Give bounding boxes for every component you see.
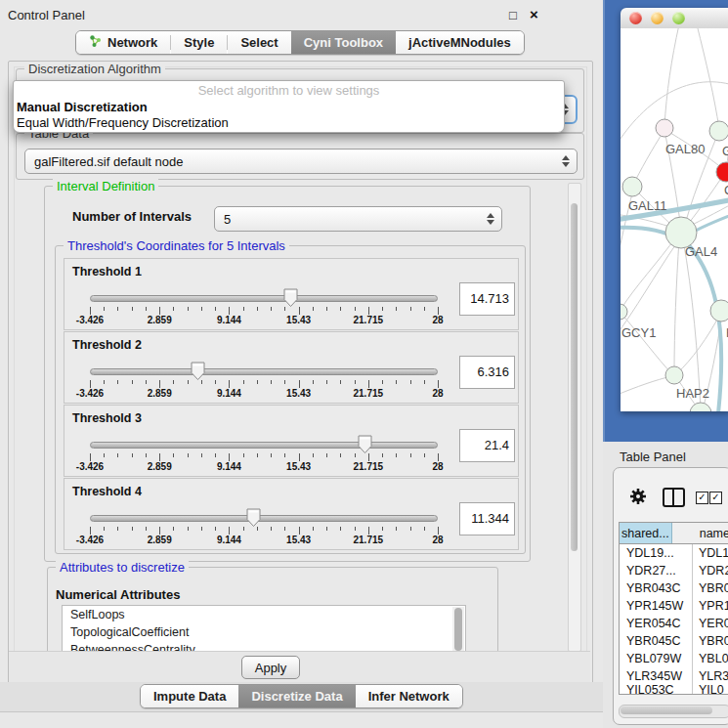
scrollbar-thumb[interactable] [571,203,578,551]
slider-track[interactable] [90,295,438,302]
slider-track[interactable] [90,515,438,522]
tab-cyni-toolbox[interactable]: Cyni Toolbox [291,31,396,54]
cell-shared-name: YBL079W [620,650,693,667]
table-row[interactable]: YER054CYER0 [620,615,728,632]
network-edge [621,245,675,337]
table-panel-title: Table Panel [620,450,686,464]
node-label[interactable]: HAP2 [676,386,709,401]
tick-label: 28 [432,388,443,399]
cell-name: YBR0 [693,632,728,650]
thresholds-group: Threshold's Coordinates for 5 Intervals … [55,245,526,554]
cell-name: YBR0 [693,579,728,597]
tab-infer-network[interactable]: Infer Network [356,685,462,707]
table-panel-box: ✓ ✓ shared... name YDL19...YDL1YDR27...Y… [613,467,728,725]
slider-ticks [90,527,439,535]
slider-tick-labels: -3.4262.8599.14415.4321.71528 [90,461,439,473]
tick-label: 15.43 [286,388,311,399]
checkbox-icon[interactable]: ✓ [709,492,722,504]
threshold-value-field[interactable]: 11.344 [459,502,515,535]
float-window-icon[interactable]: □ [509,8,517,22]
node-label[interactable]: GA [722,144,728,158]
table-row[interactable]: YBR045CYBR0 [620,632,728,650]
tab-style[interactable]: Style [171,31,227,54]
network-canvas[interactable]: GAL80GACGAL11GAL4GCY1HHAP2 [621,28,728,411]
node-label[interactable]: C [724,183,728,197]
network-window-titlebar[interactable] [621,8,728,29]
network-node[interactable] [656,119,673,137]
interval-definition-group: Interval Definition Number of Intervals … [44,186,531,562]
node-label[interactable]: GAL80 [665,142,705,156]
attribute-list-item[interactable]: SelfLoops [63,606,465,623]
scrollbar-thumb[interactable] [621,707,712,714]
checkbox-icon[interactable]: ✓ [696,492,708,504]
table-row[interactable]: YLR345WYLR3 [620,667,728,685]
dropdown-option-manual-discretization[interactable]: Manual Discretization [17,100,148,114]
tab-network[interactable]: Network [76,31,170,54]
number-of-intervals-combobox[interactable]: 5 [214,206,502,232]
node-label[interactable]: GAL11 [628,198,667,213]
network-node[interactable] [622,177,642,196]
network-node[interactable] [690,403,711,411]
tab-impute-data[interactable]: Impute Data [141,685,238,707]
table-data-combobox[interactable]: galFiltered.sif default node [24,149,578,174]
node-label[interactable]: GCY1 [621,325,656,340]
table-row[interactable]: YBR043CYBR0 [620,579,728,597]
attribute-list-item[interactable]: BetweennessCentrality [63,641,465,651]
cell-shared-name: YBR043C [620,579,693,597]
cell-name: YER0 [693,615,728,632]
network-node[interactable] [709,121,728,141]
table-row[interactable]: YIL053CYIL0 [620,685,728,694]
slider-track[interactable] [90,368,438,375]
slider-track[interactable] [90,442,438,449]
network-window-frame: GAL80GACGAL11GAL4GCY1HHAP2 [603,0,728,442]
tick-label: 9.144 [217,461,241,472]
network-edge [697,28,719,129]
apply-button[interactable]: Apply [241,656,300,679]
table-panel-toolbar: ✓ ✓ [614,478,728,517]
split-columns-icon[interactable] [663,488,685,507]
scrollbar-thumb[interactable] [454,608,462,651]
tab-jactivemnodules[interactable]: jActiveMNodules [396,31,524,54]
slider-tick-labels: -3.4262.8599.14415.4321.71528 [90,315,439,326]
network-node[interactable] [665,366,683,384]
slider-handle[interactable] [246,508,261,528]
slider-handle[interactable] [191,362,205,381]
gear-icon[interactable] [629,488,647,505]
attribute-list-item[interactable]: TopologicalCoefficient [63,623,465,641]
network-icon [89,34,103,51]
tab-select[interactable]: Select [228,31,290,54]
cell-name: YBL0 [693,650,728,667]
tab-discretize-data[interactable]: Discretize Data [238,685,355,707]
tab-label: Cyni Toolbox [304,35,383,50]
table-row[interactable]: YDR27...YDR2 [620,562,728,579]
threshold-value-field[interactable]: 14.713 [459,282,515,316]
network-node[interactable] [621,304,627,320]
attributes-list[interactable]: SelfLoopsTopologicalCoefficientBetweenne… [62,605,466,651]
dropdown-option-equal-width-frequency[interactable]: Equal Width/Frequency Discretization [17,115,229,130]
table-row[interactable]: YBL079WYBL0 [620,650,728,667]
right-pane: GAL80GACGAL11GAL4GCY1HHAP2 Table Panel ✓… [603,0,728,728]
column-header-name[interactable]: name [672,523,728,543]
minimize-traffic-light-icon[interactable] [651,12,664,24]
column-header-shared-name[interactable]: shared... [620,523,672,543]
node-label[interactable]: GAL4 [685,244,717,259]
network-edge [621,236,677,310]
table-horizontal-scrollbar[interactable] [619,705,728,718]
threshold-value-field[interactable]: 6.316 [459,356,515,389]
network-edge [664,28,679,126]
threshold-value-field[interactable]: 21.4 [459,429,515,462]
table-row[interactable]: YPR145WYPR1 [620,597,728,615]
slider-handle[interactable] [283,288,298,308]
cell-shared-name: YLR345W [620,667,693,685]
zoom-traffic-light-icon[interactable] [672,12,685,24]
attributes-scrollbar[interactable] [452,607,464,651]
close-traffic-light-icon[interactable] [629,12,642,24]
table-rows: YDL19...YDL1YDR27...YDR2YBR043CYBR0YPR14… [620,544,728,694]
network-edge [683,239,701,409]
network-node[interactable] [710,300,728,321]
settings-scrollbar[interactable] [568,183,581,652]
attributes-items: SelfLoopsTopologicalCoefficientBetweenne… [63,606,465,651]
close-icon[interactable]: × [530,6,538,22]
table-row[interactable]: YDL19...YDL1 [620,544,728,562]
slider-handle[interactable] [358,435,372,454]
